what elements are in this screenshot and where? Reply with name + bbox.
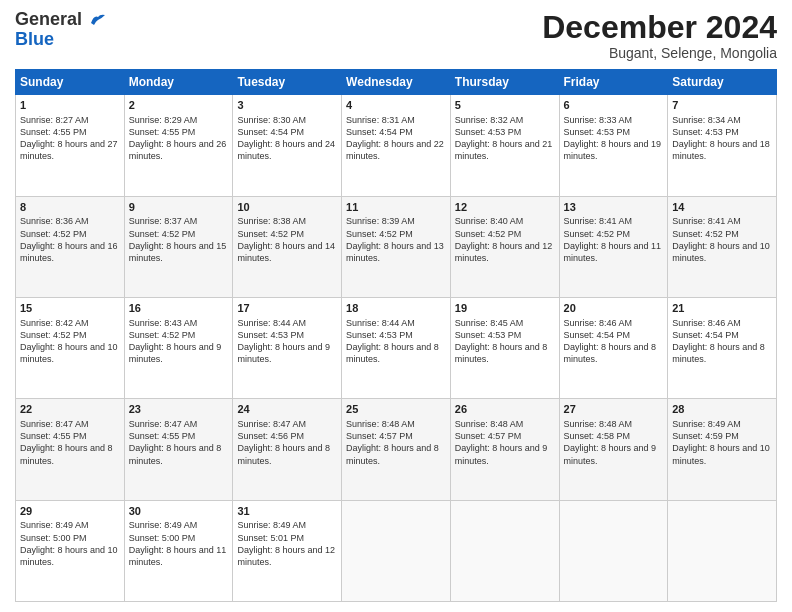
calendar-day-cell: 16Sunrise: 8:43 AMSunset: 4:52 PMDayligh…	[124, 297, 233, 398]
sunset-text: Sunset: 4:55 PM	[20, 431, 87, 441]
sunset-text: Sunset: 4:52 PM	[346, 229, 413, 239]
day-number: 11	[346, 200, 446, 215]
calendar-day-cell	[668, 500, 777, 601]
sunset-text: Sunset: 5:00 PM	[20, 533, 87, 543]
sunset-text: Sunset: 4:54 PM	[564, 330, 631, 340]
day-number: 22	[20, 402, 120, 417]
sunrise-text: Sunrise: 8:36 AM	[20, 216, 89, 226]
logo-bird-icon	[89, 13, 107, 27]
day-number: 30	[129, 504, 229, 519]
calendar-day-cell: 24Sunrise: 8:47 AMSunset: 4:56 PMDayligh…	[233, 399, 342, 500]
calendar-day-cell: 8Sunrise: 8:36 AMSunset: 4:52 PMDaylight…	[16, 196, 125, 297]
sunset-text: Sunset: 4:53 PM	[455, 330, 522, 340]
sunrise-text: Sunrise: 8:38 AM	[237, 216, 306, 226]
daylight-text: Daylight: 8 hours and 8 minutes.	[346, 342, 439, 364]
sunset-text: Sunset: 4:54 PM	[672, 330, 739, 340]
daylight-text: Daylight: 8 hours and 21 minutes.	[455, 139, 553, 161]
calendar-day-cell: 11Sunrise: 8:39 AMSunset: 4:52 PMDayligh…	[342, 196, 451, 297]
sunset-text: Sunset: 5:01 PM	[237, 533, 304, 543]
day-number: 15	[20, 301, 120, 316]
calendar-day-cell: 23Sunrise: 8:47 AMSunset: 4:55 PMDayligh…	[124, 399, 233, 500]
daylight-text: Daylight: 8 hours and 27 minutes.	[20, 139, 118, 161]
sunset-text: Sunset: 4:52 PM	[129, 330, 196, 340]
sunrise-text: Sunrise: 8:44 AM	[346, 318, 415, 328]
sunrise-text: Sunrise: 8:33 AM	[564, 115, 633, 125]
day-number: 1	[20, 98, 120, 113]
day-number: 10	[237, 200, 337, 215]
calendar-week-row: 29Sunrise: 8:49 AMSunset: 5:00 PMDayligh…	[16, 500, 777, 601]
sunset-text: Sunset: 5:00 PM	[129, 533, 196, 543]
weekday-header-monday: Monday	[124, 70, 233, 95]
daylight-text: Daylight: 8 hours and 18 minutes.	[672, 139, 770, 161]
sunset-text: Sunset: 4:57 PM	[346, 431, 413, 441]
day-number: 5	[455, 98, 555, 113]
calendar-day-cell: 15Sunrise: 8:42 AMSunset: 4:52 PMDayligh…	[16, 297, 125, 398]
daylight-text: Daylight: 8 hours and 10 minutes.	[20, 545, 118, 567]
calendar-day-cell: 20Sunrise: 8:46 AMSunset: 4:54 PMDayligh…	[559, 297, 668, 398]
sunset-text: Sunset: 4:53 PM	[564, 127, 631, 137]
sunrise-text: Sunrise: 8:41 AM	[564, 216, 633, 226]
daylight-text: Daylight: 8 hours and 10 minutes.	[672, 443, 770, 465]
sunset-text: Sunset: 4:53 PM	[237, 330, 304, 340]
daylight-text: Daylight: 8 hours and 8 minutes.	[346, 443, 439, 465]
daylight-text: Daylight: 8 hours and 22 minutes.	[346, 139, 444, 161]
daylight-text: Daylight: 8 hours and 8 minutes.	[564, 342, 657, 364]
sunrise-text: Sunrise: 8:48 AM	[564, 419, 633, 429]
daylight-text: Daylight: 8 hours and 9 minutes.	[455, 443, 548, 465]
daylight-text: Daylight: 8 hours and 24 minutes.	[237, 139, 335, 161]
day-number: 14	[672, 200, 772, 215]
sunset-text: Sunset: 4:52 PM	[129, 229, 196, 239]
daylight-text: Daylight: 8 hours and 9 minutes.	[237, 342, 330, 364]
sunset-text: Sunset: 4:54 PM	[237, 127, 304, 137]
sunrise-text: Sunrise: 8:48 AM	[346, 419, 415, 429]
calendar-day-cell: 25Sunrise: 8:48 AMSunset: 4:57 PMDayligh…	[342, 399, 451, 500]
sunset-text: Sunset: 4:55 PM	[129, 127, 196, 137]
calendar-day-cell: 18Sunrise: 8:44 AMSunset: 4:53 PMDayligh…	[342, 297, 451, 398]
calendar-header-row: SundayMondayTuesdayWednesdayThursdayFrid…	[16, 70, 777, 95]
calendar-table: SundayMondayTuesdayWednesdayThursdayFrid…	[15, 69, 777, 602]
calendar-day-cell: 9Sunrise: 8:37 AMSunset: 4:52 PMDaylight…	[124, 196, 233, 297]
sunrise-text: Sunrise: 8:47 AM	[237, 419, 306, 429]
daylight-text: Daylight: 8 hours and 8 minutes.	[129, 443, 222, 465]
sunset-text: Sunset: 4:59 PM	[672, 431, 739, 441]
calendar-day-cell: 27Sunrise: 8:48 AMSunset: 4:58 PMDayligh…	[559, 399, 668, 500]
sunrise-text: Sunrise: 8:43 AM	[129, 318, 198, 328]
sunrise-text: Sunrise: 8:47 AM	[20, 419, 89, 429]
sunset-text: Sunset: 4:52 PM	[672, 229, 739, 239]
calendar-day-cell: 13Sunrise: 8:41 AMSunset: 4:52 PMDayligh…	[559, 196, 668, 297]
calendar-day-cell	[342, 500, 451, 601]
calendar-day-cell: 5Sunrise: 8:32 AMSunset: 4:53 PMDaylight…	[450, 95, 559, 196]
daylight-text: Daylight: 8 hours and 11 minutes.	[129, 545, 227, 567]
calendar-day-cell: 17Sunrise: 8:44 AMSunset: 4:53 PMDayligh…	[233, 297, 342, 398]
sunrise-text: Sunrise: 8:47 AM	[129, 419, 198, 429]
day-number: 13	[564, 200, 664, 215]
daylight-text: Daylight: 8 hours and 26 minutes.	[129, 139, 227, 161]
weekday-header-sunday: Sunday	[16, 70, 125, 95]
day-number: 9	[129, 200, 229, 215]
day-number: 24	[237, 402, 337, 417]
logo-line2: Blue	[15, 30, 54, 50]
day-number: 12	[455, 200, 555, 215]
sunset-text: Sunset: 4:54 PM	[346, 127, 413, 137]
sunrise-text: Sunrise: 8:30 AM	[237, 115, 306, 125]
calendar-day-cell: 22Sunrise: 8:47 AMSunset: 4:55 PMDayligh…	[16, 399, 125, 500]
calendar-day-cell: 7Sunrise: 8:34 AMSunset: 4:53 PMDaylight…	[668, 95, 777, 196]
day-number: 29	[20, 504, 120, 519]
weekday-header-tuesday: Tuesday	[233, 70, 342, 95]
daylight-text: Daylight: 8 hours and 15 minutes.	[129, 241, 227, 263]
calendar-day-cell: 12Sunrise: 8:40 AMSunset: 4:52 PMDayligh…	[450, 196, 559, 297]
calendar-day-cell: 29Sunrise: 8:49 AMSunset: 5:00 PMDayligh…	[16, 500, 125, 601]
sunset-text: Sunset: 4:52 PM	[237, 229, 304, 239]
sunrise-text: Sunrise: 8:46 AM	[672, 318, 741, 328]
day-number: 21	[672, 301, 772, 316]
sunrise-text: Sunrise: 8:46 AM	[564, 318, 633, 328]
day-number: 31	[237, 504, 337, 519]
sunset-text: Sunset: 4:55 PM	[20, 127, 87, 137]
daylight-text: Daylight: 8 hours and 8 minutes.	[237, 443, 330, 465]
calendar-day-cell: 1Sunrise: 8:27 AMSunset: 4:55 PMDaylight…	[16, 95, 125, 196]
daylight-text: Daylight: 8 hours and 19 minutes.	[564, 139, 662, 161]
location-subtitle: Bugant, Selenge, Mongolia	[542, 45, 777, 61]
daylight-text: Daylight: 8 hours and 9 minutes.	[564, 443, 657, 465]
daylight-text: Daylight: 8 hours and 11 minutes.	[564, 241, 662, 263]
sunset-text: Sunset: 4:53 PM	[455, 127, 522, 137]
